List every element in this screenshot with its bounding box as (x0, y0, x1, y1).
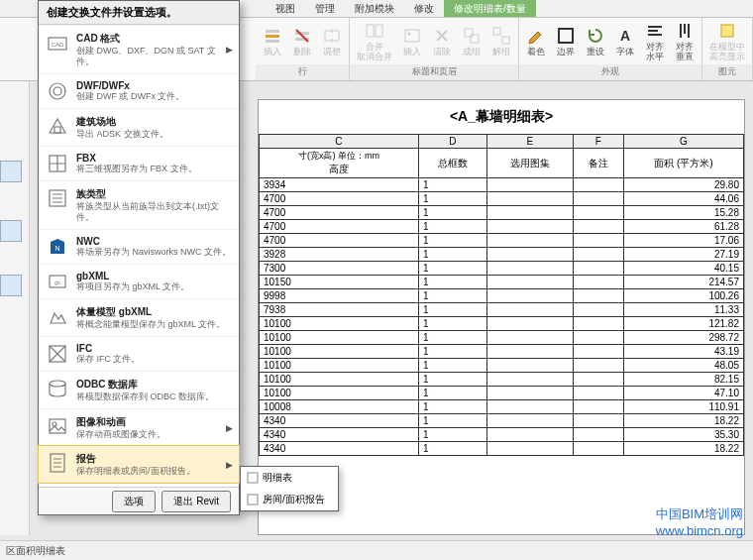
table-cell[interactable] (486, 400, 573, 414)
table-row[interactable]: 99981100.26 (260, 289, 744, 303)
options-button[interactable]: 选项 (112, 491, 156, 512)
table-cell[interactable]: 48.05 (623, 359, 743, 373)
table-row[interactable]: 10100182.15 (260, 373, 744, 387)
table-cell[interactable]: 44.06 (623, 192, 743, 206)
table-cell[interactable]: 3934 (260, 178, 419, 192)
table-cell[interactable]: 298.72 (623, 331, 743, 345)
table-cell[interactable]: 7300 (260, 262, 419, 276)
table-row[interactable]: 4340118.22 (260, 442, 744, 456)
table-cell[interactable]: 1 (418, 234, 486, 248)
table-cell[interactable]: 10100 (260, 331, 419, 345)
export-menu-item[interactable]: 族类型 将族类型从当前族导出到文本(.txt)文件。 (39, 180, 239, 229)
table-cell[interactable]: 4340 (260, 428, 419, 442)
table-cell[interactable]: 15.28 (623, 206, 743, 220)
column-header[interactable]: 寸(宽x高) 单位：mm高度 (260, 149, 419, 178)
table-cell[interactable]: 1 (418, 262, 486, 276)
table-cell[interactable]: 10100 (260, 373, 419, 387)
table-cell[interactable]: 1 (418, 220, 486, 234)
table-cell[interactable] (573, 414, 623, 428)
table-cell[interactable]: 4700 (260, 206, 419, 220)
table-cell[interactable]: 1 (418, 206, 486, 220)
table-cell[interactable] (486, 428, 573, 442)
table-cell[interactable]: 121.82 (623, 317, 743, 331)
export-menu-item[interactable]: ODBC 数据库 将模型数据保存到 ODBC 数据库。 (39, 371, 239, 408)
table-cell[interactable] (486, 387, 573, 400)
table-row[interactable]: 3934129.80 (260, 178, 744, 192)
table-cell[interactable]: 18.22 (623, 442, 743, 456)
table-cell[interactable]: 10008 (260, 400, 419, 414)
ribbon-valign-button[interactable]: 对齐 垂直 (672, 20, 698, 62)
table-row[interactable]: 10100148.05 (260, 359, 744, 373)
table-cell[interactable]: 1 (418, 373, 486, 387)
ribbon-reset-button[interactable]: 重设 (583, 25, 608, 57)
table-cell[interactable]: 35.30 (623, 428, 743, 442)
table-cell[interactable] (486, 276, 573, 289)
table-row[interactable]: 10100143.19 (260, 345, 744, 359)
export-menu-item[interactable]: DWF/DWFx 创建 DWF 或 DWFx 文件。 (39, 73, 239, 108)
table-cell[interactable]: 40.15 (623, 262, 743, 276)
table-cell[interactable]: 1 (418, 276, 486, 289)
table-cell[interactable]: 1 (418, 414, 486, 428)
ribbon-color-button[interactable]: 着色 (523, 25, 549, 57)
table-cell[interactable]: 1 (418, 345, 486, 359)
table-cell[interactable]: 100.26 (623, 289, 743, 303)
table-row[interactable]: 4700144.06 (260, 192, 744, 206)
table-cell[interactable]: 1 (418, 400, 486, 414)
column-header[interactable]: 选用图集 (486, 149, 573, 178)
export-menu-item[interactable]: 建筑场地 导出 ADSK 交换文件。 (39, 108, 239, 146)
table-row[interactable]: 101001298.72 (260, 331, 744, 345)
ribbon-tab[interactable]: 修改明细表/数量 (444, 0, 536, 17)
table-cell[interactable] (573, 359, 623, 373)
table-row[interactable]: 3928127.19 (260, 248, 744, 262)
table-cell[interactable] (486, 234, 573, 248)
table-cell[interactable]: 10150 (260, 276, 419, 289)
table-cell[interactable]: 17.06 (623, 234, 743, 248)
submenu-item[interactable]: 房间/面积报告 (241, 489, 338, 510)
export-menu-item[interactable]: 报告 保存明细表或房间/面积报告。 ▶ (38, 445, 240, 484)
table-cell[interactable]: 1 (418, 192, 486, 206)
table-cell[interactable]: 61.28 (623, 220, 743, 234)
table-cell[interactable] (573, 248, 623, 262)
table-cell[interactable]: 1 (418, 317, 486, 331)
table-cell[interactable]: 1 (418, 387, 486, 400)
column-letter[interactable]: D (418, 135, 486, 149)
table-row[interactable]: 4340118.22 (260, 414, 744, 428)
ribbon-border-button[interactable]: 边界 (553, 25, 579, 57)
table-cell[interactable]: 4700 (260, 192, 419, 206)
ribbon-tab[interactable]: 管理 (305, 0, 345, 17)
table-cell[interactable] (573, 317, 623, 331)
export-menu-item[interactable]: gb gbXML 将项目另存为 gbXML 文件。 (39, 264, 239, 298)
exit-revit-button[interactable]: 退出 Revit (161, 491, 231, 512)
table-cell[interactable]: 214.57 (623, 276, 743, 289)
table-cell[interactable]: 4700 (260, 220, 419, 234)
table-cell[interactable] (573, 220, 623, 234)
table-row[interactable]: 100081110.91 (260, 400, 744, 414)
table-cell[interactable]: 43.19 (623, 345, 743, 359)
table-cell[interactable] (573, 442, 623, 456)
table-cell[interactable]: 4700 (260, 234, 419, 248)
ribbon-tab[interactable]: 附加模块 (345, 0, 404, 17)
export-menu-item[interactable]: 体量模型 gbXML 将概念能量模型保存为 gbXML 文件。 (39, 298, 239, 336)
table-cell[interactable] (573, 373, 623, 387)
table-cell[interactable] (573, 303, 623, 317)
table-row[interactable]: 101001121.82 (260, 317, 744, 331)
submenu-item[interactable]: 明细表 (241, 467, 338, 489)
table-cell[interactable] (486, 317, 573, 331)
table-cell[interactable] (573, 289, 623, 303)
table-cell[interactable]: 1 (418, 359, 486, 373)
table-cell[interactable]: 1 (418, 303, 486, 317)
table-cell[interactable] (486, 262, 573, 276)
table-row[interactable]: 7938111.33 (260, 303, 744, 317)
ribbon-tab[interactable]: 视图 (266, 0, 305, 17)
column-header[interactable]: 面积 (平方米) (623, 149, 743, 178)
table-cell[interactable]: 11.33 (623, 303, 743, 317)
table-cell[interactable] (486, 373, 573, 387)
column-letter[interactable]: G (623, 135, 743, 149)
table-row[interactable]: 4700115.28 (260, 206, 744, 220)
column-letter[interactable]: E (486, 135, 573, 149)
table-cell[interactable] (573, 331, 623, 345)
table-cell[interactable] (573, 206, 623, 220)
table-cell[interactable]: 10100 (260, 387, 419, 400)
table-cell[interactable] (573, 178, 623, 192)
table-cell[interactable]: 3928 (260, 248, 419, 262)
